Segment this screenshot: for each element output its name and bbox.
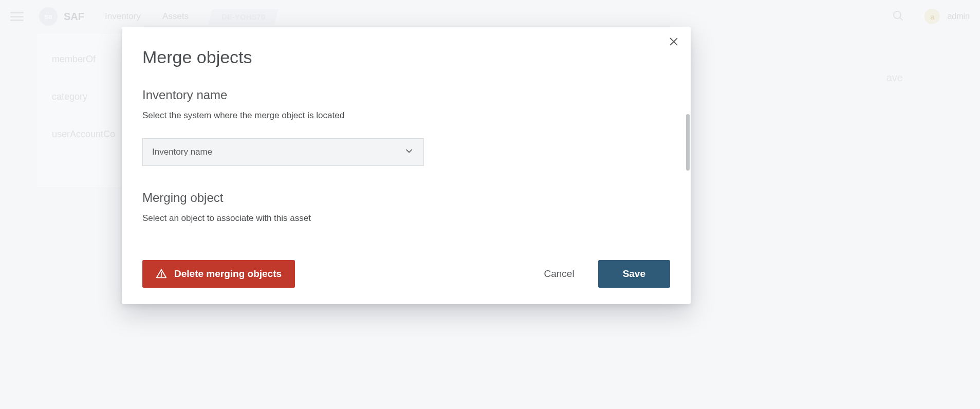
inventory-name-select[interactable]: Inventory name bbox=[142, 138, 424, 166]
delete-merging-objects-button[interactable]: Delete merging objects bbox=[142, 260, 295, 288]
scrollbar-thumb[interactable] bbox=[686, 114, 690, 171]
svg-point-5 bbox=[161, 276, 161, 276]
chevron-down-icon bbox=[404, 146, 414, 159]
modal-footer: Delete merging objects Cancel Save bbox=[122, 251, 691, 304]
modal-title: Merge objects bbox=[142, 47, 670, 67]
delete-button-label: Delete merging objects bbox=[174, 268, 282, 280]
cancel-button[interactable]: Cancel bbox=[529, 260, 588, 288]
save-button[interactable]: Save bbox=[598, 260, 670, 288]
merging-object-desc: Select an object to associate with this … bbox=[142, 213, 670, 224]
warning-icon bbox=[156, 268, 167, 280]
inventory-name-desc: Select the system where the merge object… bbox=[142, 110, 670, 121]
select-placeholder: Inventory name bbox=[152, 147, 212, 157]
merge-objects-modal: Merge objects Inventory name Select the … bbox=[122, 27, 691, 304]
merging-object-heading: Merging object bbox=[142, 191, 670, 205]
inventory-name-heading: Inventory name bbox=[142, 88, 670, 102]
